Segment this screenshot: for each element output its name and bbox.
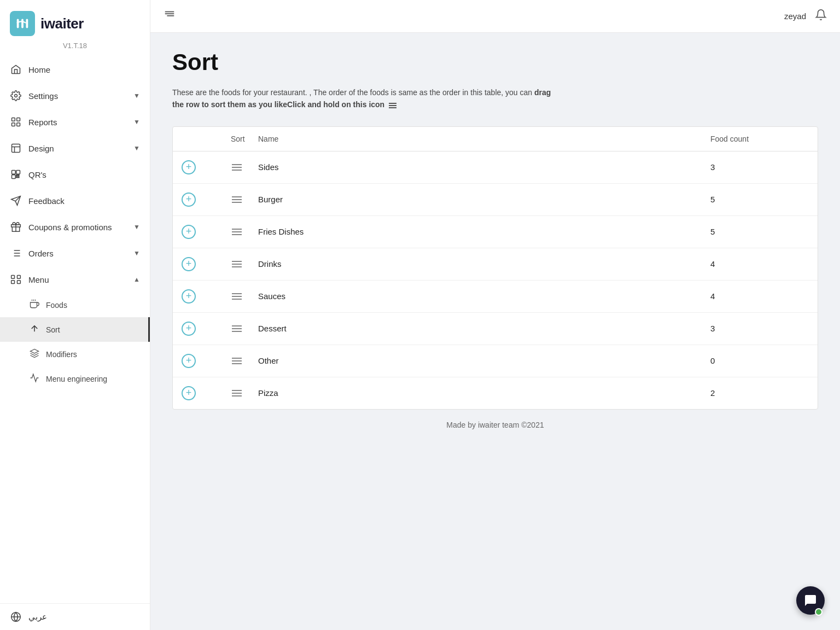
sidebar-item-home-label: Home <box>28 65 140 74</box>
row-food-count: 4 <box>710 259 809 269</box>
topbar-right: zeyad <box>784 9 827 24</box>
coupon-icon <box>10 221 22 233</box>
expand-button[interactable]: + <box>182 322 196 336</box>
topbar: zeyad <box>150 0 840 33</box>
settings-icon <box>10 90 22 102</box>
sidebar-item-settings[interactable]: Settings ▼ <box>0 83 150 109</box>
drag-handle-icon[interactable] <box>231 195 258 204</box>
svg-rect-6 <box>12 123 15 126</box>
row-food-count: 4 <box>710 291 809 301</box>
sidebar-item-design[interactable]: Design ▼ <box>0 135 150 161</box>
user-name: zeyad <box>784 11 806 21</box>
footer-text: Made by iwaiter team ©2021 <box>446 421 544 429</box>
svg-rect-11 <box>12 175 16 179</box>
row-name: Pizza <box>258 388 710 398</box>
sidebar: iwaiter V1.T.18 Home Settings ▼ <box>0 0 150 630</box>
language-icon <box>10 611 22 623</box>
sidebar-item-home[interactable]: Home <box>0 56 150 83</box>
hamburger-button[interactable] <box>164 9 176 24</box>
svg-rect-20 <box>11 281 15 284</box>
svg-marker-27 <box>31 349 39 354</box>
svg-rect-7 <box>17 123 20 126</box>
sidebar-item-menu-label: Menu <box>28 275 127 284</box>
expand-button[interactable]: + <box>182 192 196 207</box>
table-header: Sort Name Food count <box>173 127 818 151</box>
table-row: + Pizza 2 <box>173 377 818 409</box>
sidebar-subitem-sort[interactable]: Sort <box>0 317 150 342</box>
engineering-icon <box>30 373 39 384</box>
table-row: + Dessert 3 <box>173 313 818 345</box>
sidebar-subitem-menu-engineering-label: Menu engineering <box>46 375 107 383</box>
expand-button[interactable]: + <box>182 354 196 368</box>
footer: Made by iwaiter team ©2021 <box>172 410 818 440</box>
sidebar-subitem-foods-label: Foods <box>46 301 67 310</box>
column-header-empty <box>182 135 231 143</box>
page-description: These are the foods for your restaurant.… <box>172 86 555 111</box>
svg-rect-2 <box>26 19 28 28</box>
drag-handle-icon[interactable] <box>231 260 258 269</box>
sidebar-item-qrs[interactable]: QR's <box>0 161 150 188</box>
sidebar-item-coupons[interactable]: Coupons & promotions ▼ <box>0 214 150 240</box>
svg-rect-10 <box>16 171 20 174</box>
row-name: Drinks <box>258 259 710 269</box>
sidebar-item-reports[interactable]: Reports ▼ <box>0 109 150 135</box>
svg-rect-4 <box>12 118 15 121</box>
table-row: + Sides 3 <box>173 151 818 184</box>
expand-button[interactable]: + <box>182 386 196 400</box>
chat-bubble-button[interactable] <box>796 586 825 615</box>
drag-handle-icon[interactable] <box>231 228 258 236</box>
svg-rect-19 <box>18 276 21 279</box>
expand-button[interactable]: + <box>182 160 196 174</box>
row-name: Other <box>258 356 710 365</box>
sidebar-item-settings-label: Settings <box>28 91 127 101</box>
sidebar-item-orders[interactable]: Orders ▼ <box>0 240 150 266</box>
table-row: + Other 0 <box>173 345 818 377</box>
home-icon <box>10 63 22 75</box>
row-name: Sides <box>258 162 710 172</box>
svg-point-3 <box>15 95 18 97</box>
main-content: zeyad Sort These are the foods for your … <box>150 0 840 630</box>
reports-icon <box>10 116 22 128</box>
sidebar-subitem-modifiers[interactable]: Modifiers <box>0 342 150 366</box>
drag-handle-icon[interactable] <box>231 389 258 398</box>
chevron-up-icon: ▲ <box>133 276 140 283</box>
expand-button[interactable]: + <box>182 225 196 239</box>
sidebar-item-orders-label: Orders <box>28 249 127 258</box>
drag-handle-icon[interactable] <box>231 163 258 172</box>
chevron-down-icon: ▼ <box>133 118 140 126</box>
expand-button[interactable]: + <box>182 257 196 271</box>
sidebar-subitem-foods[interactable]: Foods <box>0 293 150 317</box>
drag-handle-icon[interactable] <box>231 357 258 365</box>
sidebar-item-menu[interactable]: Menu ▲ <box>0 266 150 293</box>
logo-icon <box>10 11 35 36</box>
table-row: + Sauces 4 <box>173 281 818 313</box>
column-header-name: Name <box>258 135 710 143</box>
expand-button[interactable]: + <box>182 289 196 304</box>
sort-icon <box>30 324 39 335</box>
menu-icon <box>10 273 22 285</box>
chevron-down-icon: ▼ <box>133 92 140 100</box>
sidebar-subitem-menu-engineering[interactable]: Menu engineering <box>0 366 150 391</box>
notification-bell-icon[interactable] <box>815 9 827 24</box>
foods-icon <box>30 299 39 311</box>
chevron-down-icon: ▼ <box>133 249 140 257</box>
svg-rect-1 <box>21 19 24 28</box>
design-icon <box>10 142 22 154</box>
version-label: V1.T.18 <box>0 39 150 56</box>
row-name: Sauces <box>258 291 710 301</box>
sidebar-item-design-label: Design <box>28 144 127 153</box>
row-food-count: 2 <box>710 388 809 398</box>
row-name: Fries Dishes <box>258 227 710 236</box>
sidebar-item-language[interactable]: عربي <box>0 603 150 630</box>
feedback-icon <box>10 195 22 207</box>
row-food-count: 3 <box>710 324 809 333</box>
sidebar-item-feedback[interactable]: Feedback <box>0 188 150 214</box>
chevron-down-icon: ▼ <box>133 144 140 152</box>
drag-handle-icon[interactable] <box>231 292 258 301</box>
drag-handle-icon[interactable] <box>231 324 258 333</box>
column-header-sort: Sort <box>231 135 258 143</box>
logo-text: iwaiter <box>40 15 84 32</box>
row-food-count: 0 <box>710 356 809 365</box>
svg-rect-5 <box>17 118 20 121</box>
row-name: Dessert <box>258 324 710 333</box>
